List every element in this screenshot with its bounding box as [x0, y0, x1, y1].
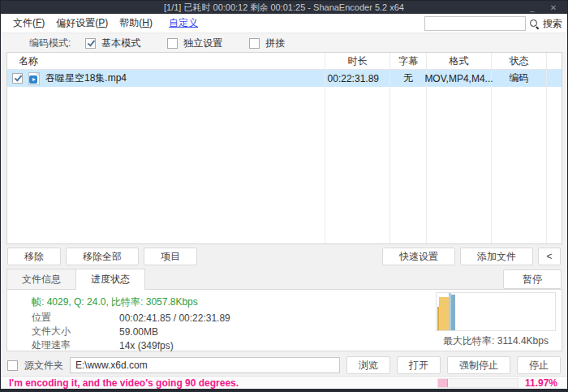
title-bar[interactable]: [1/1] 已耗时 00:00:12 剩余 00:01:25 - ShanaEn… [1, 1, 567, 14]
source-folder-checkbox[interactable] [7, 360, 18, 371]
column-header-format[interactable]: 格式 [427, 53, 492, 69]
menu-help-post: ) [149, 17, 153, 28]
format-cell: MOV,MP4,M4... [427, 70, 492, 87]
shanaencoder-window: [1/1] 已耗时 00:00:12 剩余 00:01:25 - ShanaEn… [0, 0, 568, 392]
speed-row: 处理速率 14x (349fps) [32, 338, 230, 352]
file-size-label: 文件大小 [32, 325, 119, 338]
basic-mode-checkbox[interactable] [85, 38, 96, 49]
encode-mode-label: 编码模式: [29, 37, 71, 50]
search-input[interactable] [424, 16, 526, 31]
column-header-status[interactable]: 状态 [492, 53, 547, 69]
table-body [7, 87, 562, 243]
add-file-button[interactable]: 添加文件 [460, 248, 533, 265]
minimize-button[interactable]: _ [523, 1, 541, 14]
mode-option-concat[interactable]: 拼接 [249, 37, 285, 50]
encode-percent: 11.97% [525, 377, 557, 389]
project-button[interactable]: 项目 [144, 248, 197, 265]
search-label[interactable]: 搜索 [543, 17, 562, 31]
column-header-tail [547, 53, 562, 69]
menu-preferences[interactable]: 偏好设置(P) [50, 16, 114, 30]
tail-cell [547, 70, 562, 87]
encode-progress-fill [438, 379, 448, 387]
speed-label: 处理速率 [32, 338, 119, 352]
output-path-input[interactable] [70, 357, 340, 373]
status-cell: 编码 [492, 70, 547, 87]
column-header-name[interactable]: 名称 [7, 53, 325, 69]
encode-mode-row: 编码模式: 基本模式 独立设置 拼接 [1, 34, 567, 52]
menu-custom[interactable]: 自定义 [163, 16, 204, 30]
duration-cell: 00:22:31.89 [325, 70, 390, 87]
status-bar: I'm encoding it, and the video's going 9… [1, 376, 567, 390]
menu-file[interactable]: 文件(F) [7, 16, 50, 30]
file-checkbox[interactable] [12, 73, 23, 84]
remove-all-button[interactable]: 移除全部 [66, 248, 139, 265]
pause-button[interactable]: 暂停 [503, 269, 562, 289]
tab-file-info[interactable]: 文件信息 [6, 269, 76, 289]
close-button[interactable]: ✕ [544, 1, 562, 14]
file-size-value: 59.00MB [119, 326, 158, 338]
file-size-row: 文件大小 59.00MB [32, 325, 230, 338]
search-area: 搜索 [424, 15, 562, 32]
stop-button[interactable]: 停止 [517, 356, 561, 374]
subtitle-cell: 无 [390, 70, 427, 87]
concat-label: 拼接 [265, 37, 285, 50]
output-path-row: 源文件夹 浏览 打开 强制停止 停止 [1, 355, 567, 376]
body-col-duration [325, 87, 390, 243]
encode-progress-bar [437, 378, 519, 388]
quick-settings-button[interactable]: 快速设置 [382, 248, 455, 265]
progress-info-rows: 位置 00:02:41.85 / 00:22:31.89 文件大小 59.00M… [32, 311, 230, 352]
basic-mode-label: 基本模式 [101, 37, 140, 50]
body-col-tail [547, 87, 562, 243]
column-header-subtitle[interactable]: 字幕 [390, 53, 427, 69]
menu-help-key: H [142, 17, 149, 28]
position-row: 位置 00:02:41.85 / 00:22:31.89 [32, 311, 230, 325]
menu-file-post: ) [41, 17, 45, 28]
play-badge-icon [29, 75, 37, 84]
encode-stats-line: 帧: 4029, Q: 24.0, 比特率: 3057.8Kbps [32, 295, 198, 309]
body-col-name [7, 87, 325, 243]
file-table: 名称 时长 字幕 格式 状态 吞噬星空18集.mp4 00:22:31.89 无… [6, 52, 562, 244]
speed-value: 14x (349fps) [119, 340, 174, 351]
table-row[interactable]: 吞噬星空18集.mp4 00:22:31.89 无 MOV,MP4,M4... … [7, 70, 562, 87]
column-header-duration[interactable]: 时长 [325, 53, 390, 69]
menu-preferences-pre: 偏好设置( [56, 17, 98, 28]
menu-help[interactable]: 帮助(H) [114, 16, 158, 30]
window-title: [1/1] 已耗时 00:00:12 剩余 00:01:25 - ShanaEn… [164, 2, 404, 14]
status-message: I'm encoding it, and the video's going 9… [9, 377, 239, 389]
body-col-format [427, 87, 492, 243]
independent-settings-checkbox[interactable] [167, 38, 178, 49]
menu-help-pre: 帮助( [119, 17, 142, 28]
collapse-button[interactable]: < [538, 248, 561, 265]
body-col-subtitle [390, 87, 427, 243]
mode-option-basic[interactable]: 基本模式 [85, 37, 140, 50]
max-bitrate-label: 最大比特率: 3114.4Kbps [426, 334, 566, 348]
body-col-status [492, 87, 547, 243]
concat-checkbox[interactable] [249, 38, 260, 49]
search-icon[interactable] [530, 19, 539, 28]
browse-button[interactable]: 浏览 [346, 356, 390, 374]
menu-preferences-post: ) [105, 17, 108, 28]
force-stop-button[interactable]: 强制停止 [447, 356, 510, 374]
progress-panel: 帧: 4029, Q: 24.0, 比特率: 3057.8Kbps 位置 00:… [6, 290, 562, 351]
menu-bar: 文件(F) 偏好设置(P) 帮助(H) 自定义 搜索 [1, 14, 567, 33]
position-value: 00:02:41.85 / 00:22:31.89 [119, 312, 230, 324]
bitrate-chart [436, 292, 556, 331]
file-name: 吞噬星空18集.mp4 [45, 71, 127, 85]
action-button-row: 移除 移除全部 项目 快速设置 添加文件 < [1, 244, 567, 269]
table-header: 名称 时长 字幕 格式 状态 [7, 53, 562, 70]
video-file-icon [28, 72, 40, 85]
source-folder-label: 源文件夹 [24, 359, 63, 373]
file-name-cell: 吞噬星空18集.mp4 [7, 70, 325, 87]
open-button[interactable]: 打开 [397, 356, 441, 374]
position-label: 位置 [32, 311, 119, 325]
independent-settings-label: 独立设置 [183, 37, 222, 50]
mode-option-independent[interactable]: 独立设置 [167, 37, 222, 50]
remove-button[interactable]: 移除 [7, 248, 61, 265]
tab-progress-status[interactable]: 进度状态 [75, 269, 145, 290]
menu-file-pre: 文件( [13, 17, 36, 28]
info-tabs-row: 文件信息 进度状态 暂停 [6, 269, 562, 290]
